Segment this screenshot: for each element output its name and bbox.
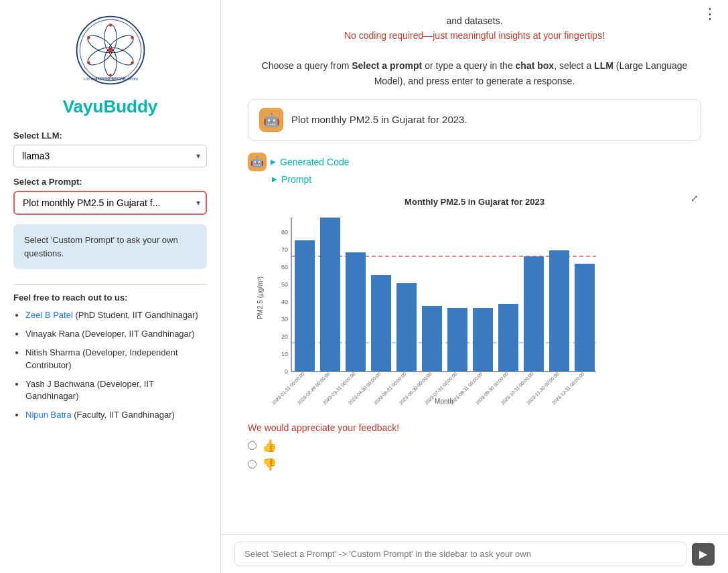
logo-container: IIT GANDHINAGAR INDIAN INSTITUTE OF TECH… (74, 13, 147, 90)
prompt-select[interactable]: Plot monthly PM2.5 in Gujarat f... Custo… (13, 191, 207, 215)
sidebar-divider (13, 284, 207, 284)
feedback-section: We would appreciate your feedback! 👍 👎 (248, 422, 701, 472)
intro-bold2: chat box (516, 60, 555, 71)
feedback-thumbsup-row: 👍 (248, 438, 701, 453)
chart-title: Monthly PM2.5 in Gujarat for 2023 (254, 197, 695, 207)
intro-line2: No coding required—just meaningful insig… (344, 30, 605, 41)
bar-jan (295, 240, 315, 372)
thumbsup-radio[interactable] (248, 441, 257, 450)
expand-icon[interactable]: ⤢ (690, 193, 699, 203)
svg-point-8 (108, 48, 113, 52)
query-bubble: 🤖 Plot monthly PM2.5 in Gujarat for 2023… (248, 99, 701, 141)
bar-chart-svg: 0 10 20 30 40 50 60 70 80 PM2.5 (μg/m³) (254, 211, 609, 405)
bar-mar (346, 252, 366, 372)
contact-name-2: Vinayak Rana (25, 329, 80, 339)
svg-text:10: 10 (281, 351, 288, 357)
bar-sep (498, 304, 518, 372)
bar-jun (422, 306, 442, 372)
contact-link-nipun[interactable]: Nipun Batra (25, 410, 72, 420)
top-bar: ⋮ (703, 7, 717, 21)
main-content: and datasets. No coding required—just me… (221, 0, 728, 534)
menu-dots-icon[interactable]: ⋮ (703, 5, 717, 22)
svg-text:INDIAN INSTITUTE OF TECHNOLOGY: INDIAN INSTITUTE OF TECHNOLOGY (83, 77, 137, 80)
intro-bold1: Select a prompt (352, 60, 422, 71)
code-toggle-label: Generated Code (280, 157, 350, 167)
thumbsdown-icon: 👎 (262, 457, 277, 472)
response-area: 🤖 ▶ Generated Code ▶ Prompt ⤢ Monthly PM… (248, 153, 701, 472)
contact-name-4: Yash J Bachwana (25, 379, 94, 389)
chart-svg-wrap: 0 10 20 30 40 50 60 70 80 PM2.5 (μg/m³) (254, 211, 695, 408)
svg-text:50: 50 (281, 281, 288, 288)
contact-item-3: Nitish Sharma (Developer, Independent Co… (25, 347, 207, 371)
response-icon: 🤖 (248, 153, 267, 171)
app-title: VayuBuddy (63, 96, 158, 117)
custom-prompt-box: Select 'Custom Prompt' to ask your own q… (13, 224, 207, 269)
contact-role-5: (Faculty, IIT Gandhinagar) (74, 410, 175, 420)
bar-nov (549, 250, 569, 372)
thumbsup-icon: 👍 (262, 438, 277, 453)
contact-link-zeel[interactable]: Zeel B Patel (25, 310, 73, 320)
svg-text:60: 60 (281, 264, 288, 270)
bar-may (396, 283, 417, 372)
svg-text:30: 30 (281, 316, 288, 323)
svg-text:20: 20 (281, 333, 288, 340)
contact-list: Zeel B Patel (PhD Student, IIT Gandhinag… (13, 309, 207, 428)
llm-select[interactable]: llama3 gpt-4 gemini (13, 145, 207, 167)
bar-aug (473, 308, 493, 372)
intro-bold3: LLM (594, 60, 613, 71)
prompt-section: Select a Prompt: Plot monthly PM2.5 in G… (13, 177, 207, 215)
contact-item-5: Nipun Batra (Faculty, IIT Gandhinagar) (25, 409, 207, 421)
prompt-toggle-label: Prompt (281, 174, 311, 185)
query-icon: 🤖 (259, 108, 283, 132)
send-icon: ▶ (699, 548, 707, 560)
llm-select-wrapper: llama3 gpt-4 gemini ▾ (13, 145, 207, 167)
query-text: Plot monthly PM2.5 in Gujarat for 2023. (291, 114, 467, 125)
prompt-label: Select a Prompt: (13, 177, 207, 187)
contact-role-2: (Developer, IIT Gandhinagar) (82, 329, 194, 339)
bar-jul (447, 308, 467, 372)
contact-item-4: Yash J Bachwana (Developer, IIT Gandhina… (25, 378, 207, 402)
svg-text:40: 40 (281, 299, 288, 305)
chart-x-label: Month (435, 398, 453, 405)
iit-logo: IIT GANDHINAGAR INDIAN INSTITUTE OF TECH… (74, 13, 147, 87)
code-arrow-icon: ▶ (271, 158, 276, 165)
contact-item-2: Vinayak Rana (Developer, IIT Gandhinagar… (25, 328, 207, 340)
svg-point-2 (104, 25, 116, 52)
send-button[interactable]: ▶ (692, 543, 715, 566)
chat-input[interactable] (234, 542, 686, 566)
contact-title: Feel free to reach out to us: (13, 293, 207, 303)
bar-dec (575, 264, 595, 372)
prompt-arrow-icon: ▶ (272, 175, 277, 183)
bar-feb (320, 218, 340, 372)
intro-mid2: , select a (554, 60, 594, 71)
svg-point-5 (104, 49, 116, 76)
contact-item-1: Zeel B Patel (PhD Student, IIT Gandhinag… (25, 309, 207, 321)
bottom-input-bar: ▶ (221, 534, 728, 573)
intro-mid1: or type a query in the (422, 60, 515, 71)
feedback-thumbsdown-row: 👎 (248, 457, 701, 472)
prompt-toggle[interactable]: ▶ Prompt (248, 174, 701, 185)
bar-apr (371, 275, 391, 372)
sidebar: IIT GANDHINAGAR INDIAN INSTITUTE OF TECH… (0, 0, 221, 573)
contact-name-3: Nitish Sharma (25, 347, 80, 357)
generated-code-toggle[interactable]: 🤖 ▶ Generated Code (248, 153, 701, 171)
code-toggle: 🤖 ▶ Generated Code ▶ Prompt (248, 153, 701, 185)
svg-text:0: 0 (285, 368, 288, 375)
thumbsdown-radio[interactable] (248, 460, 257, 469)
prompt-select-wrapper: Plot monthly PM2.5 in Gujarat f... Custo… (13, 191, 207, 215)
intro-text: and datasets. No coding required—just me… (248, 13, 701, 88)
intro-line3-start: Choose a query from (262, 60, 352, 71)
svg-text:70: 70 (281, 246, 288, 253)
feedback-title: We would appreciate your feedback! (248, 422, 701, 433)
svg-point-9 (108, 23, 112, 27)
contact-role-1: (PhD Student, IIT Gandhinagar) (75, 310, 198, 320)
main-panel: ⋮ and datasets. No coding required—just … (221, 0, 728, 573)
chart-container: ⤢ Monthly PM2.5 in Gujarat for 2023 0 10… (248, 190, 701, 414)
bar-oct (524, 256, 544, 372)
llm-section: Select LLM: llama3 gpt-4 gemini ▾ (13, 131, 207, 167)
svg-text:80: 80 (281, 229, 288, 236)
svg-text:PM2.5 (μg/m³): PM2.5 (μg/m³) (257, 276, 264, 319)
intro-line1: and datasets. (446, 15, 502, 26)
llm-label: Select LLM: (13, 131, 207, 141)
